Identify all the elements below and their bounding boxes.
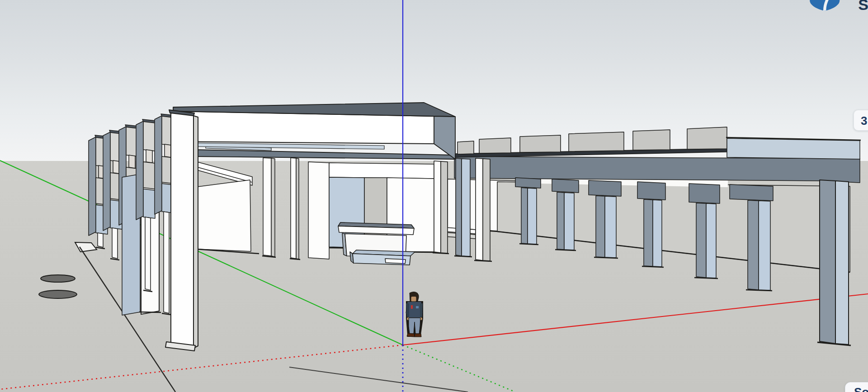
right-edge-badge-3d[interactable]: 3 xyxy=(854,110,868,131)
logo-wordmark-partial: S xyxy=(858,0,868,11)
center-columns xyxy=(433,158,492,261)
sketchup-logo-icon xyxy=(808,0,856,13)
right-corner-column xyxy=(817,180,851,345)
bottom-right-badge[interactable]: Sot xyxy=(845,382,868,392)
bottom-right-badge-label: Sot xyxy=(854,385,868,392)
badge-3d-label: 3 xyxy=(861,114,867,128)
app-watermark: S xyxy=(808,0,868,13)
model-viewport[interactable] xyxy=(0,0,868,392)
